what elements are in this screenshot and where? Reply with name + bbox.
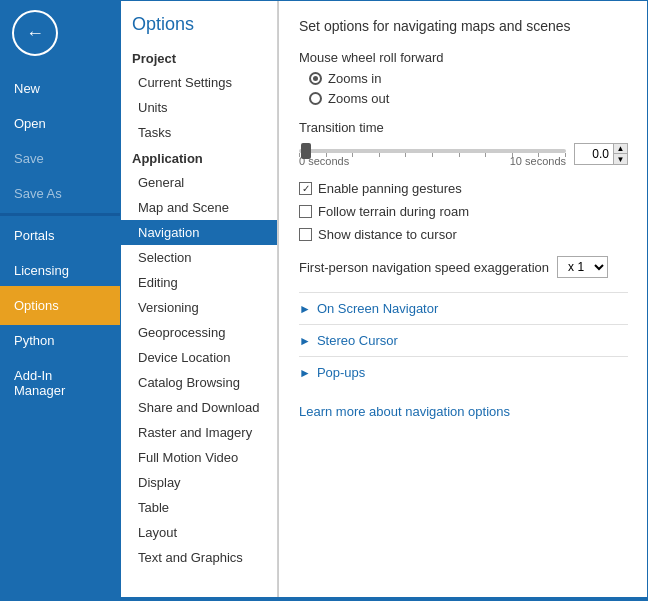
tree-item-catalog-browsing[interactable]: Catalog Browsing [120, 370, 277, 395]
slider-track [299, 149, 566, 153]
sidebar-item-save-as[interactable]: Save As [0, 176, 120, 211]
speed-label: First-person navigation speed exaggerati… [299, 260, 549, 275]
sidebar-divider [0, 213, 120, 216]
sidebar-item-new[interactable]: New [0, 71, 120, 106]
tree-section-application: Application [120, 145, 277, 170]
expand-label-popups: Pop-ups [317, 365, 365, 380]
mouse-wheel-label: Mouse wheel roll forward [299, 50, 628, 65]
tree-item-current-settings[interactable]: Current Settings [120, 70, 277, 95]
sidebar: ← New Open Save Save As Portals Licensin… [0, 0, 120, 601]
back-arrow-icon: ← [26, 23, 44, 44]
checkbox-distance[interactable]: Show distance to cursor [299, 227, 628, 242]
sidebar-item-options[interactable]: Options [0, 288, 120, 323]
radio-zoom-out-label: Zooms out [328, 91, 389, 106]
expand-label-stereo: Stereo Cursor [317, 333, 398, 348]
content-panel: Set options for navigating maps and scen… [278, 0, 648, 601]
back-button[interactable]: ← [12, 10, 58, 56]
options-title: Options [120, 0, 277, 45]
options-tree-panel: Options Project Current Settings Units T… [120, 0, 278, 601]
checkbox-group: Enable panning gestures Follow terrain d… [299, 181, 628, 242]
sidebar-item-licensing[interactable]: Licensing [0, 253, 120, 288]
radio-zoom-in-circle [309, 72, 322, 85]
sidebar-item-python[interactable]: Python [0, 323, 120, 358]
tick-marks [299, 153, 566, 157]
expand-popups[interactable]: ► Pop-ups [299, 356, 628, 388]
expand-label-navigator: On Screen Navigator [317, 301, 438, 316]
tree-item-navigation[interactable]: Navigation [120, 220, 277, 245]
mouse-wheel-group: Mouse wheel roll forward Zooms in Zooms … [299, 50, 628, 106]
expand-on-screen-navigator[interactable]: ► On Screen Navigator [299, 292, 628, 324]
expandable-sections: ► On Screen Navigator ► Stereo Cursor ► … [299, 292, 628, 388]
sidebar-nav: New Open Save Save As Portals Licensing … [0, 66, 120, 408]
tree-item-full-motion-video[interactable]: Full Motion Video [120, 445, 277, 470]
options-tree: Project Current Settings Units Tasks App… [120, 45, 277, 601]
radio-zoom-in[interactable]: Zooms in [309, 71, 628, 86]
sidebar-item-open[interactable]: Open [0, 106, 120, 141]
checkbox-distance-label: Show distance to cursor [318, 227, 457, 242]
slider-row: 0 seconds 10 seconds ▲ ▼ [299, 141, 628, 167]
radio-group: Zooms in Zooms out [299, 71, 628, 106]
radio-zoom-out-circle [309, 92, 322, 105]
tree-item-versioning[interactable]: Versioning [120, 295, 277, 320]
expand-arrow-stereo: ► [299, 334, 311, 348]
tree-item-units[interactable]: Units [120, 95, 277, 120]
tree-item-geoprocessing[interactable]: Geoprocessing [120, 320, 277, 345]
tree-item-table[interactable]: Table [120, 495, 277, 520]
spinner-up-button[interactable]: ▲ [613, 144, 627, 154]
tree-item-share-download[interactable]: Share and Download [120, 395, 277, 420]
tree-item-device-location[interactable]: Device Location [120, 345, 277, 370]
checkbox-terrain-box [299, 205, 312, 218]
tree-item-display[interactable]: Display [120, 470, 277, 495]
transition-label: Transition time [299, 120, 628, 135]
speed-select[interactable]: x 1 x 2 x 4 x 8 [557, 256, 608, 278]
tree-item-text-graphics[interactable]: Text and Graphics [120, 545, 277, 570]
sidebar-item-save[interactable]: Save [0, 141, 120, 176]
tree-item-raster-imagery[interactable]: Raster and Imagery [120, 420, 277, 445]
sidebar-item-portals[interactable]: Portals [0, 218, 120, 253]
checkbox-panning-label: Enable panning gestures [318, 181, 462, 196]
spinner-buttons: ▲ ▼ [613, 144, 627, 164]
checkbox-terrain-label: Follow terrain during roam [318, 204, 469, 219]
tree-item-layout[interactable]: Layout [120, 520, 277, 545]
checkbox-panning[interactable]: Enable panning gestures [299, 181, 628, 196]
tree-item-editing[interactable]: Editing [120, 270, 277, 295]
bottom-blue-bar [120, 597, 648, 601]
checkbox-terrain[interactable]: Follow terrain during roam [299, 204, 628, 219]
slider-value-input[interactable] [575, 145, 613, 163]
slider-container[interactable]: 0 seconds 10 seconds [299, 141, 566, 167]
checkbox-distance-box [299, 228, 312, 241]
tree-item-map-and-scene[interactable]: Map and Scene [120, 195, 277, 220]
sidebar-item-addin[interactable]: Add-In Manager [0, 358, 120, 408]
radio-zoom-in-label: Zooms in [328, 71, 381, 86]
expand-arrow-navigator: ► [299, 302, 311, 316]
radio-zoom-out[interactable]: Zooms out [309, 91, 628, 106]
spinner-down-button[interactable]: ▼ [613, 154, 627, 164]
slider-input-box: ▲ ▼ [574, 143, 628, 165]
tree-item-tasks[interactable]: Tasks [120, 120, 277, 145]
speed-row: First-person navigation speed exaggerati… [299, 256, 628, 278]
expand-arrow-popups: ► [299, 366, 311, 380]
tree-section-project: Project [120, 45, 277, 70]
checkbox-panning-box [299, 182, 312, 195]
content-title: Set options for navigating maps and scen… [299, 18, 628, 34]
transition-time-section: Transition time [299, 120, 628, 167]
learn-more-link[interactable]: Learn more about navigation options [299, 404, 628, 419]
expand-stereo-cursor[interactable]: ► Stereo Cursor [299, 324, 628, 356]
tree-item-selection[interactable]: Selection [120, 245, 277, 270]
tree-item-general[interactable]: General [120, 170, 277, 195]
